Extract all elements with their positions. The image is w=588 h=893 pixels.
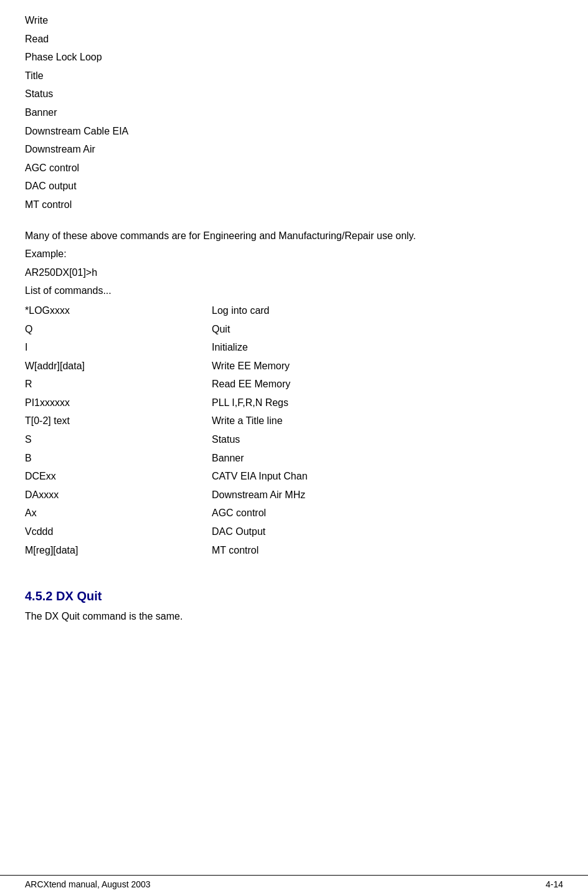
command-desc: Write a Title line bbox=[212, 412, 563, 430]
list-item: Title bbox=[25, 68, 563, 84]
command-row: VcdddDAC Output bbox=[25, 522, 563, 541]
command-desc: Write EE Memory bbox=[212, 357, 563, 376]
command-desc: Quit bbox=[212, 320, 563, 339]
command-name: W[addr][data] bbox=[25, 357, 212, 376]
footer-left: ARCXtend manual, August 2003 bbox=[25, 879, 151, 889]
command-name: *LOGxxxx bbox=[25, 301, 212, 320]
list-of-commands: List of commands... bbox=[25, 283, 563, 299]
command-row: SStatus bbox=[25, 430, 563, 449]
list-item: Banner bbox=[25, 105, 563, 121]
list-item: DAC output bbox=[25, 178, 563, 194]
command-row: BBanner bbox=[25, 449, 563, 468]
footer-right: 4-14 bbox=[546, 879, 563, 889]
section-heading: 4.5.2 DX Quit bbox=[25, 589, 563, 603]
command-name: S bbox=[25, 430, 212, 449]
command-row: PI1xxxxxxPLL I,F,R,N Regs bbox=[25, 394, 563, 412]
command-desc: CATV EIA Input Chan bbox=[212, 467, 563, 486]
command-row: T[0-2] textWrite a Title line bbox=[25, 412, 563, 430]
command-desc: Banner bbox=[212, 449, 563, 468]
command-name: M[reg][data] bbox=[25, 541, 212, 560]
command-row: DAxxxxDownstream Air MHz bbox=[25, 486, 563, 504]
list-item: MT control bbox=[25, 197, 563, 213]
command-name: Vcddd bbox=[25, 522, 212, 541]
command-name: R bbox=[25, 375, 212, 394]
list-item: Phase Lock Loop bbox=[25, 49, 563, 65]
command-row: M[reg][data]MT control bbox=[25, 541, 563, 560]
command-desc: Log into card bbox=[212, 301, 563, 320]
list-item: Status bbox=[25, 86, 563, 102]
list-item: Read bbox=[25, 31, 563, 47]
command-desc: PLL I,F,R,N Regs bbox=[212, 394, 563, 412]
command-desc: Initialize bbox=[212, 338, 563, 357]
command-row: W[addr][data] Write EE Memory bbox=[25, 357, 563, 376]
command-desc: Status bbox=[212, 430, 563, 449]
command-desc: AGC control bbox=[212, 504, 563, 522]
list-item: Downstream Cable EIA bbox=[25, 123, 563, 139]
list-item: Write bbox=[25, 12, 563, 29]
command-name: DCExx bbox=[25, 467, 212, 486]
command-name: DAxxxx bbox=[25, 486, 212, 504]
command-row: IInitialize bbox=[25, 338, 563, 357]
list-item: Downstream Air bbox=[25, 141, 563, 158]
command-desc: Downstream Air MHz bbox=[212, 486, 563, 504]
footer: ARCXtend manual, August 2003 4-14 bbox=[0, 875, 588, 893]
command-row: AxAGC control bbox=[25, 504, 563, 522]
example-value: AR250DX[01]>h bbox=[25, 265, 563, 281]
command-name: T[0-2] text bbox=[25, 412, 212, 430]
commands-table: *LOGxxxxLog into cardQQuitIInitializeW[a… bbox=[25, 301, 563, 559]
command-row: *LOGxxxxLog into card bbox=[25, 301, 563, 320]
command-row: R Read EE Memory bbox=[25, 375, 563, 394]
example-label: Example: bbox=[25, 246, 563, 262]
section-body: The DX Quit command is the same. bbox=[25, 608, 563, 625]
command-desc: DAC Output bbox=[212, 522, 563, 541]
list-item: AGC control bbox=[25, 160, 563, 176]
note-text: Many of these above commands are for Eng… bbox=[25, 228, 563, 244]
command-name: Q bbox=[25, 320, 212, 339]
command-desc: Read EE Memory bbox=[212, 375, 563, 394]
command-name: PI1xxxxxx bbox=[25, 394, 212, 412]
command-name: B bbox=[25, 449, 212, 468]
command-desc: MT control bbox=[212, 541, 563, 560]
list-section: WriteReadPhase Lock LoopTitleStatusBanne… bbox=[25, 12, 563, 213]
command-name: Ax bbox=[25, 504, 212, 522]
command-name: I bbox=[25, 338, 212, 357]
command-row: DCExxCATV EIA Input Chan bbox=[25, 467, 563, 486]
command-row: QQuit bbox=[25, 320, 563, 339]
